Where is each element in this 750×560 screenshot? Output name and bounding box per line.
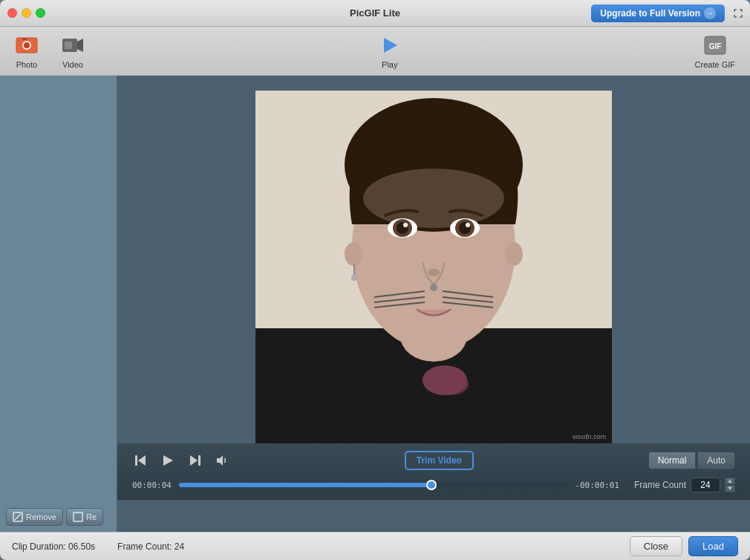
progress-fill (179, 483, 431, 487)
svg-point-25 (363, 169, 504, 228)
svg-marker-43 (138, 455, 146, 466)
controls-top: Trim Video Normal Auto (132, 451, 735, 470)
photo-icon (15, 33, 39, 57)
svg-rect-12 (74, 512, 82, 521)
upgrade-button-label: Upgrade to Full Version (600, 8, 700, 19)
progress-handle[interactable] (426, 480, 437, 490)
app-window: PicGIF Lite Upgrade to Full Version → (0, 0, 750, 560)
step-down-button[interactable]: ▼ (725, 485, 735, 492)
video-icon (61, 33, 85, 57)
status-bar: Clip Duration: 06.50s Frame Count: 24 Cl… (0, 532, 750, 560)
toolbar-item-photo[interactable]: Photo (15, 33, 39, 69)
skip-forward-button[interactable] (186, 452, 203, 469)
svg-point-34 (428, 269, 440, 276)
svg-point-21 (345, 242, 362, 266)
svg-marker-44 (163, 455, 173, 466)
svg-marker-7 (384, 38, 397, 53)
svg-rect-3 (22, 38, 27, 40)
toolbar-item-video[interactable]: Video (61, 33, 85, 69)
svg-point-2 (24, 42, 30, 48)
video-area: wsxdn.com (117, 76, 750, 532)
close-button[interactable] (7, 8, 17, 18)
upgrade-arrow-icon: → (704, 7, 716, 19)
status-actions: Close Load (630, 536, 738, 556)
svg-point-22 (505, 242, 523, 266)
progress-bar[interactable] (179, 483, 567, 487)
replace-label: Re (86, 512, 97, 521)
fullscreen-button[interactable] (732, 7, 744, 19)
timeline: 00:00:04 -00:00:01 Frame Count ▲ ▼ (132, 478, 735, 492)
step-up-button[interactable]: ▲ (725, 478, 735, 485)
svg-marker-5 (77, 39, 83, 52)
replace-button[interactable]: Re (66, 508, 103, 526)
play-label: Play (382, 60, 397, 69)
svg-rect-45 (198, 455, 200, 466)
play-icon (378, 33, 402, 57)
time-start: 00:00:04 (132, 481, 172, 490)
frame-count-area: Frame Count ▲ ▼ (634, 478, 735, 492)
svg-point-20 (404, 102, 486, 169)
volume-button[interactable] (212, 452, 230, 469)
svg-point-17 (436, 373, 469, 395)
svg-point-35 (430, 284, 437, 291)
svg-line-11 (15, 514, 21, 520)
svg-point-33 (466, 223, 470, 227)
svg-marker-47 (217, 455, 223, 466)
titlebar: PicGIF Lite Upgrade to Full Version → (0, 0, 750, 27)
frame-count-status: Frame Count: 24 (117, 541, 184, 552)
sidebar-buttons: Remove Re (0, 502, 117, 532)
toolbar: Photo Video Play (0, 27, 750, 76)
close-button[interactable]: Close (630, 536, 682, 556)
trim-video-button[interactable]: Trim Video (405, 451, 474, 470)
frame-count-input[interactable] (691, 478, 720, 492)
load-button[interactable]: Load (688, 536, 738, 556)
controls-bar: Trim Video Normal Auto 00:00:04 -00:00:0… (117, 443, 750, 500)
svg-point-29 (403, 223, 408, 227)
window-title: PicGIF Lite (350, 7, 400, 19)
photo-label: Photo (16, 60, 38, 69)
maximize-button[interactable] (36, 8, 45, 18)
watermark: wsxdn.com (573, 433, 606, 440)
svg-rect-6 (65, 42, 72, 49)
svg-marker-46 (190, 455, 198, 466)
remove-button[interactable]: Remove (6, 508, 63, 526)
play-button[interactable] (159, 452, 177, 469)
svg-point-24 (351, 275, 357, 281)
svg-text:GIF: GIF (708, 42, 721, 51)
create-gif-label: Create GIF (695, 60, 735, 69)
mode-buttons: Normal Auto (648, 452, 735, 469)
create-gif-icon: GIF (703, 33, 727, 57)
remove-label: Remove (26, 512, 56, 521)
minimize-button[interactable] (22, 8, 31, 18)
toolbar-item-play[interactable]: Play (378, 33, 402, 69)
time-end: -00:00:01 (575, 481, 619, 490)
video-label: Video (62, 60, 83, 69)
main-content: Remove Re (0, 76, 750, 532)
frame-count-label: Frame Count (634, 480, 686, 490)
traffic-lights (0, 8, 45, 18)
auto-mode-button[interactable]: Auto (697, 452, 735, 469)
normal-mode-button[interactable]: Normal (648, 452, 697, 469)
frame-count-stepper: ▲ ▼ (725, 478, 735, 492)
clip-duration-label: Clip Duration: 06.50s (12, 541, 95, 552)
toolbar-item-create-gif[interactable]: GIF Create GIF (695, 33, 735, 69)
upgrade-button[interactable]: Upgrade to Full Version → (591, 4, 725, 22)
svg-rect-42 (135, 455, 137, 466)
sidebar: Remove Re (0, 76, 117, 532)
sidebar-content (0, 76, 117, 502)
video-frame: wsxdn.com (255, 91, 612, 443)
skip-back-button[interactable] (132, 452, 150, 469)
portrait-image (255, 91, 612, 443)
